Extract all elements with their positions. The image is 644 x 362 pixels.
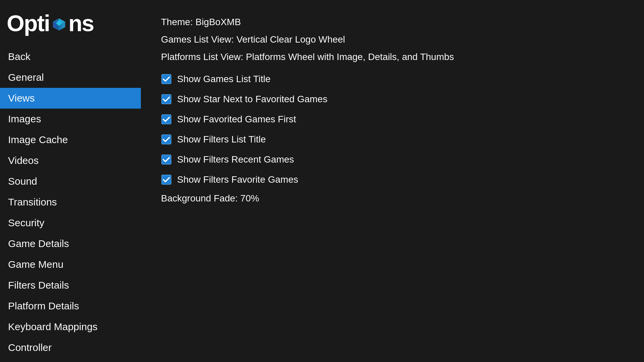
checkbox-show-favorited-first[interactable]: Show Favorited Games First	[161, 109, 624, 129]
sidebar-item-filters-details[interactable]: Filters Details	[0, 275, 141, 296]
sidebar-item-platform-details[interactable]: Platform Details	[0, 296, 141, 316]
sidebar-item-image-cache[interactable]: Image Cache	[0, 129, 141, 150]
sidebar-item-views[interactable]: Views	[0, 88, 141, 109]
checkbox-show-star-favorited[interactable]: Show Star Next to Favorited Games	[161, 89, 624, 109]
theme-line: Theme: BigBoXMB	[161, 13, 624, 31]
sidebar-item-back[interactable]: Back	[0, 46, 141, 67]
checkbox-show-games-list-title[interactable]: Show Games List Title	[161, 69, 624, 89]
logo: Opti ns	[7, 10, 94, 36]
checkbox-label-show-filters-list-title: Show Filters List Title	[177, 134, 266, 145]
checkbox-label-show-favorited-first: Show Favorited Games First	[177, 114, 296, 125]
platforms-list-view-line: Platforms List View: Platforms Wheel wit…	[161, 48, 624, 66]
sidebar-item-transitions[interactable]: Transitions	[0, 192, 141, 213]
checkbox-label-show-filters-recent: Show Filters Recent Games	[177, 154, 294, 165]
checkbox-label-show-games-list-title: Show Games List Title	[177, 74, 271, 84]
nav-list: BackGeneralViewsImagesImage CacheVideosS…	[0, 46, 141, 362]
games-list-view-line: Games List View: Vertical Clear Logo Whe…	[161, 31, 624, 48]
logo-area: Opti ns	[0, 3, 141, 46]
sidebar: Opti ns BackGeneralViewsImagesImage	[0, 0, 141, 362]
checkbox-show-filters-recent[interactable]: Show Filters Recent Games	[161, 149, 624, 170]
sidebar-item-videos[interactable]: Videos	[0, 150, 141, 171]
checkbox-icon-show-games-list-title	[161, 74, 172, 84]
sidebar-item-sound[interactable]: Sound	[0, 171, 141, 192]
logo-cube-icon	[50, 15, 68, 33]
checkbox-show-filters-favorite[interactable]: Show Filters Favorite Games	[161, 170, 624, 190]
sidebar-item-game-menu[interactable]: Game Menu	[0, 254, 141, 275]
checkbox-icon-show-filters-recent	[161, 154, 172, 165]
checkbox-label-show-filters-favorite: Show Filters Favorite Games	[177, 174, 298, 185]
sidebar-item-controller-buttons[interactable]: Controller Buttons	[0, 358, 141, 362]
sidebar-item-controller[interactable]: Controller	[0, 337, 141, 358]
sidebar-item-images[interactable]: Images	[0, 109, 141, 129]
sidebar-item-security[interactable]: Security	[0, 213, 141, 233]
sidebar-item-game-details[interactable]: Game Details	[0, 233, 141, 254]
checkbox-show-filters-list-title[interactable]: Show Filters List Title	[161, 129, 624, 149]
checkbox-icon-show-favorited-first	[161, 114, 172, 125]
main-content: Theme: BigBoXMB Games List View: Vertica…	[141, 0, 644, 362]
checkbox-icon-show-filters-list-title	[161, 134, 172, 145]
logo-text-after: ns	[68, 10, 94, 36]
checkbox-label-show-star-favorited: Show Star Next to Favorited Games	[177, 94, 327, 105]
sidebar-item-general[interactable]: General	[0, 67, 141, 88]
checkbox-icon-show-filters-favorite	[161, 174, 172, 185]
logo-text-before: Opti	[7, 10, 50, 36]
background-fade-line: Background Fade: 70%	[161, 190, 624, 207]
sidebar-item-keyboard-mappings[interactable]: Keyboard Mappings	[0, 316, 141, 337]
checkboxes-container: Show Games List Title Show Star Next to …	[161, 69, 624, 190]
checkbox-icon-show-star-favorited	[161, 94, 172, 105]
